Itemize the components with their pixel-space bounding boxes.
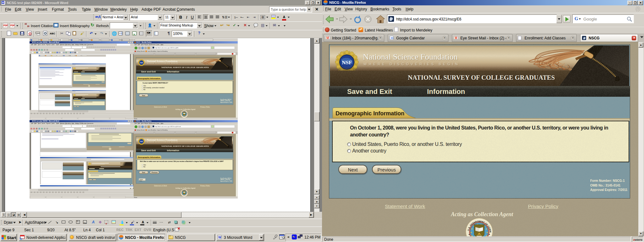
- svg-text:NSF: NSF: [140, 141, 143, 142]
- svg-text:NSF: NSF: [140, 62, 143, 64]
- svg-text:NSF: NSF: [342, 60, 352, 66]
